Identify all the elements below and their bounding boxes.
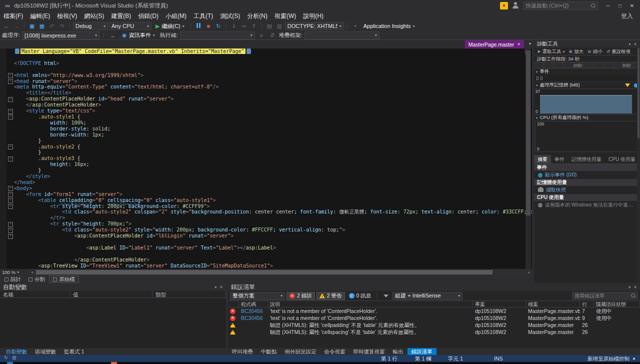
tool-tab-r6[interactable]: 輸出 (389, 348, 408, 355)
error-row-4[interactable]: !驗證 (XHTML5): 屬性 'cellspacing' 不是 'table… (228, 328, 640, 336)
panel-scrollbar[interactable] (637, 48, 640, 283)
menu-item-10[interactable]: 分析(N) (244, 11, 271, 21)
menu-item-4[interactable]: 網站(S) (80, 11, 108, 21)
diag-tab-1[interactable]: 摘要 (534, 155, 551, 164)
timeline-ruler[interactable]: 20秒 30秒 (534, 62, 640, 68)
undo-icon[interactable]: ↶ (48, 23, 56, 30)
filter-funnel-icon[interactable] (625, 84, 630, 87)
break-all-icon[interactable] (194, 23, 203, 29)
scroll-left-icon[interactable]: ◂ (29, 270, 35, 274)
autos-column-2[interactable]: 值 (70, 291, 152, 298)
close-panel-icon[interactable]: ✕ (634, 285, 637, 290)
zoom-control[interactable]: 100 %▾ (0, 269, 29, 276)
toggle-current-thread-icon[interactable]: ⇵ (268, 32, 277, 38)
restore-button[interactable]: □ (614, 1, 626, 10)
view-tab-source[interactable]: 原始檔 (49, 276, 79, 283)
fold-collapse-icon[interactable] (8, 192, 14, 198)
fold-collapse-icon[interactable] (8, 156, 14, 162)
error-column-3[interactable]: 專案 (473, 301, 526, 307)
quick-launch-search[interactable]: 快速啟動 (Ctrl+Q) (523, 2, 598, 10)
diag-tab-4[interactable]: CPU 使用量 (605, 155, 639, 164)
view-tab-split[interactable]: 分割 (25, 276, 48, 283)
error-column-5[interactable]: 行 (580, 301, 594, 307)
tool-tab-r3[interactable]: 例外狀況設定 (281, 348, 320, 355)
warnings-filter-button[interactable]: !2 警告 (316, 292, 345, 300)
error-column-4[interactable]: 檔案 (526, 301, 580, 307)
take-snapshot-link[interactable]: 擷取快照 (534, 186, 640, 194)
fold-collapse-icon[interactable] (8, 198, 14, 204)
error-search-input[interactable]: 搜尋錯誤清單 (572, 292, 638, 300)
fold-collapse-icon[interactable] (8, 186, 14, 192)
window-menu-icon[interactable]: ▾ (628, 42, 630, 46)
document-outline-icon[interactable]: ▤ (265, 23, 274, 30)
memory-graph-header[interactable]: ▾ 處理序記憶體 (MB) (534, 82, 640, 88)
menu-item-3[interactable]: 檢視(V) (54, 11, 80, 21)
horizontal-scrollbar[interactable]: 100 %▾ ◂ ▸ (0, 269, 532, 276)
navigate-forward-icon[interactable]: → (12, 23, 21, 29)
menu-item-5[interactable]: 建置(B) (108, 11, 134, 21)
lifecycle-events-button[interactable]: ◉ 資訊事件 ▾ (119, 32, 158, 40)
scroll-right-icon[interactable]: ▸ (526, 270, 532, 274)
save-all-icon[interactable]: ▦ (38, 23, 46, 30)
diag-tab-2[interactable]: 事件 (551, 155, 568, 164)
close-panel-icon[interactable]: ✕ (220, 285, 223, 290)
solution-platform-dropdown[interactable]: Any CPU▾ (109, 22, 152, 30)
show-events-link[interactable]: 顯示事件 (0/0) (534, 171, 640, 179)
sign-in-link[interactable]: 登入 (621, 12, 640, 20)
horizontal-scrollbar-thumb[interactable] (36, 270, 492, 274)
window-menu-icon[interactable]: ▾ (628, 285, 630, 290)
solution-configuration-dropdown[interactable]: Debug▾ (73, 22, 108, 30)
flag-threads-icon[interactable]: ≡ (257, 32, 266, 38)
autos-column-3[interactable]: 類型 (152, 291, 226, 298)
browser-link-icon[interactable]: ▥ (275, 23, 284, 30)
close-panel-icon[interactable]: ✕ (634, 42, 637, 46)
menu-item-8[interactable]: 工具(T) (190, 11, 216, 21)
error-scope-dropdown[interactable]: 整個方案▾ (230, 292, 285, 300)
fold-collapse-icon[interactable] (8, 221, 14, 227)
step-over-icon[interactable]: ⇒ (240, 23, 248, 30)
stack-frame-dropdown[interactable]: ▾ (304, 32, 380, 40)
menu-item-7[interactable]: 小組(M) (162, 11, 190, 21)
error-row-1[interactable]: ✕BC30456'text' is not a member of 'Conte… (228, 308, 640, 314)
vertical-scrollbar[interactable] (526, 48, 531, 269)
document-tab-masterpage[interactable]: MasterPage.master ✕ (465, 40, 524, 48)
memory-chart[interactable]: 97 0 (534, 88, 640, 114)
process-dropdown[interactable]: [1008] iisexpress.exe▾ (22, 32, 100, 40)
build-intellisense-dropdown[interactable]: 組建 + IntelliSense▾ (392, 292, 462, 300)
tool-tab-r5[interactable]: 即時運算視窗 (350, 348, 389, 355)
fold-collapse-icon[interactable] (8, 96, 14, 102)
error-code[interactable]: BC30456 (239, 308, 268, 314)
menu-item-2[interactable]: 編輯(E) (26, 11, 54, 21)
window-menu-icon[interactable]: ▾ (214, 285, 216, 290)
view-tab-design[interactable]: 設計 (1, 276, 24, 283)
reset-view-button[interactable]: ↺重設檢視 (605, 48, 632, 55)
tool-tab-3[interactable]: 監看式 1 (60, 348, 88, 355)
select-tool-button[interactable]: ➤選取工具▾ (536, 48, 566, 55)
tool-tab-2[interactable]: 區域變數 (31, 348, 60, 355)
error-list-header[interactable]: 錯誤清單 ▾✕ (228, 283, 640, 291)
events-track-header[interactable]: ▾事件 (534, 68, 640, 75)
error-code[interactable]: BC30456 (239, 314, 268, 322)
cpu-chart[interactable]: 100 0 (535, 121, 639, 152)
zoom-in-button[interactable]: ⊕放大 (568, 48, 586, 55)
show-next-statement-icon[interactable]: → (108, 32, 117, 38)
thread-dropdown[interactable]: ▾ (180, 32, 255, 40)
messages-filter-button[interactable]: i0 訊息 (346, 292, 374, 300)
horizontal-scroll-track[interactable] (35, 270, 526, 274)
menu-item-1[interactable]: 檔案(F) (0, 11, 26, 21)
minimize-button[interactable]: ─ (602, 1, 614, 10)
filter-button[interactable] (381, 292, 391, 300)
redo-icon[interactable]: ↷ (58, 23, 66, 30)
diag-tab-3[interactable]: 記憶體使用量 (568, 155, 605, 164)
tool-tab-r2[interactable]: 中斷點 (257, 348, 281, 355)
step-into-icon[interactable]: ⇓ (230, 23, 238, 30)
tool-tab-r4[interactable]: 命令視窗 (320, 348, 350, 355)
tool-tab-1[interactable]: 自動變數 (2, 348, 31, 355)
menu-item-6[interactable]: 偵錯(D) (134, 11, 162, 21)
tab-close-icon[interactable]: ✕ (517, 42, 520, 46)
notification-funnel-icon[interactable]: ▼ (500, 2, 508, 10)
tool-tab-r1[interactable]: 呼叫堆疊 (228, 348, 257, 355)
events-track[interactable] (534, 75, 640, 82)
diagnostic-tools-header[interactable]: 診斷工具 ▾✕ (534, 40, 640, 48)
errors-filter-button[interactable]: ✕2 錯誤 (286, 292, 315, 300)
